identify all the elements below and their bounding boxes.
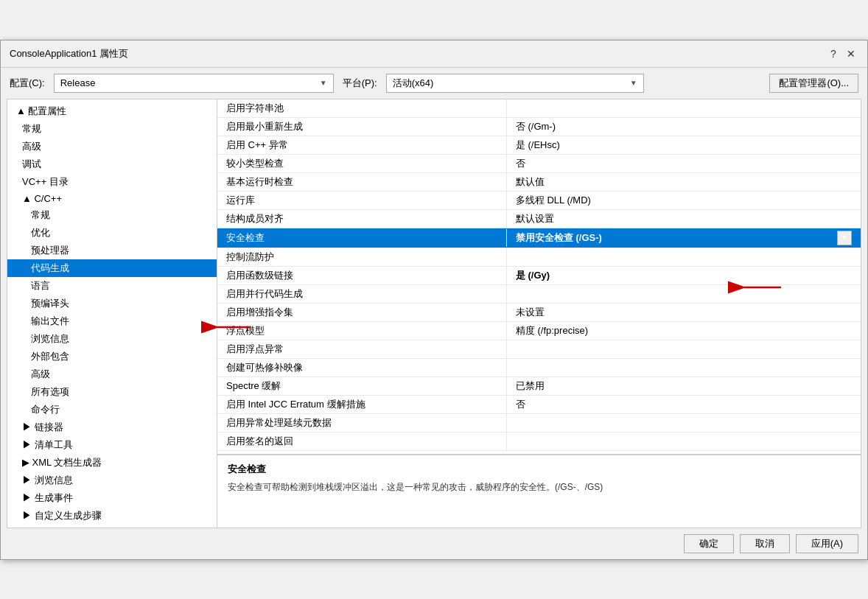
title-bar-buttons: ? ✕ [826, 46, 858, 61]
sidebar-item-linker[interactable]: ▶ 链接器 [7, 418, 217, 436]
prop-row-13: 启用浮点异常 [217, 340, 861, 359]
prop-name-18: 启用签名的返回 [217, 432, 507, 450]
sidebar-item-vc-dirs[interactable]: VC++ 目录 [7, 173, 217, 191]
prop-row-18: 启用签名的返回 [217, 432, 861, 451]
sidebar-item-build-events[interactable]: ▶ 生成事件 [7, 489, 217, 507]
prop-row-3: 较小类型检查否 [217, 155, 861, 173]
sidebar-item-general[interactable]: 常规 [7, 120, 217, 138]
prop-value-16: 否 [507, 396, 861, 413]
prop-row-11: 启用增强指令集未设置 [217, 304, 861, 322]
prop-row-0: 启用字符串池 [217, 99, 861, 118]
ok-button[interactable]: 确定 [684, 534, 734, 553]
platform-select[interactable]: 活动(x64) ▼ [386, 74, 644, 93]
prop-value-12: 精度 (/fp:precise) [507, 322, 861, 340]
sidebar-item-optimization[interactable]: 优化 [7, 224, 217, 242]
sidebar-item-cmdline[interactable]: 命令行 [7, 401, 217, 418]
prop-value-3: 否 [507, 155, 861, 172]
prop-name-14: 创建可热修补映像 [217, 359, 507, 376]
config-label: 配置(C): [10, 77, 45, 90]
prop-value-6: 默认设置 [507, 210, 861, 228]
sidebar-item-cpp-general[interactable]: 常规 [7, 206, 217, 224]
main-dialog: ConsoleApplication1 属性页 ? ✕ 配置(C): Relea… [0, 40, 868, 560]
prop-name-12: 浮点模型 [217, 322, 507, 340]
sidebar-item-advanced2[interactable]: 高级 [7, 365, 217, 383]
prop-name-16: 启用 Intel JCC Erratum 缓解措施 [217, 396, 507, 413]
toolbar: 配置(C): Release ▼ 平台(P): 活动(x64) ▼ 配置管理器(… [1, 68, 867, 99]
config-select[interactable]: Release ▼ [54, 74, 334, 93]
prop-name-9: 启用函数级链接 [217, 267, 507, 284]
sidebar-item-cpp[interactable]: ▲ C/C++ [7, 191, 217, 206]
help-button[interactable]: ? [826, 46, 841, 61]
prop-name-10: 启用并行代码生成 [217, 285, 507, 303]
prop-value-2: 是 (/EHsc) [507, 136, 861, 154]
prop-value-9: 是 (/Gy) [507, 267, 861, 284]
prop-row-1: 启用最小重新生成否 (/Gm-) [217, 118, 861, 136]
sidebar-item-config-props[interactable]: ▲ 配置属性 [7, 102, 217, 120]
sidebar-item-all-options[interactable]: 所有选项 [7, 383, 217, 401]
prop-name-15: Spectre 缓解 [217, 377, 507, 395]
sidebar-item-custom-build[interactable]: ▶ 自定义生成步骤 [7, 507, 217, 525]
sidebar-item-language[interactable]: 语言 [7, 277, 217, 295]
platform-label: 平台(P): [343, 77, 377, 90]
prop-value-8 [507, 255, 861, 259]
sidebar-item-debug[interactable]: 调试 [7, 155, 217, 173]
prop-value-10 [507, 292, 861, 296]
prop-name-3: 较小类型检查 [217, 155, 507, 172]
prop-value-17 [507, 421, 861, 425]
sidebar-item-xml-doc[interactable]: ▶ XML 文档生成器 [7, 454, 217, 472]
sidebar-item-output-files[interactable]: 输出文件 [7, 312, 217, 330]
prop-name-8: 控制流防护 [217, 248, 507, 266]
prop-value-18 [507, 439, 861, 444]
prop-row-4: 基本运行时检查默认值 [217, 173, 861, 192]
prop-name-4: 基本运行时检查 [217, 173, 507, 191]
sidebar-item-advanced[interactable]: 高级 [7, 138, 217, 155]
prop-value-15: 已禁用 [507, 377, 861, 395]
prop-row-2: 启用 C++ 异常是 (/EHsc) [217, 136, 861, 155]
prop-value-7[interactable]: 禁用安全检查 (/GS-)▼ [507, 228, 861, 248]
prop-row-12: 浮点模型精度 (/fp:precise) [217, 322, 861, 340]
config-manager-button[interactable]: 配置管理器(O)... [769, 74, 858, 93]
prop-value-5: 多线程 DLL (/MD) [507, 192, 861, 209]
prop-row-7: 安全检查禁用安全检查 (/GS-)▼ [217, 228, 861, 248]
cancel-button[interactable]: 取消 [740, 534, 790, 553]
apply-button[interactable]: 应用(A) [796, 534, 858, 553]
prop-row-10: 启用并行代码生成 [217, 285, 861, 304]
dialog-title: ConsoleApplication1 属性页 [10, 47, 128, 60]
main-content: ▲ 配置属性常规高级调试VC++ 目录▲ C/C++常规优化预处理器代码生成语言… [7, 99, 861, 528]
prop-value-13 [507, 347, 861, 351]
description-text: 安全检查可帮助检测到堆栈缓冲区溢出，这是一种常见的攻击，威胁程序的安全性。(/G… [228, 480, 850, 494]
prop-value-0 [507, 106, 861, 111]
sidebar-item-browse-info2[interactable]: ▶ 浏览信息 [7, 472, 217, 489]
prop-value-14 [507, 365, 861, 370]
platform-select-arrow: ▼ [630, 79, 637, 87]
prop-name-6: 结构成员对齐 [217, 210, 507, 228]
sidebar-item-manifest[interactable]: ▶ 清单工具 [7, 436, 217, 454]
prop-name-17: 启用异常处理延续元数据 [217, 414, 507, 432]
prop-row-5: 运行库多线程 DLL (/MD) [217, 192, 861, 210]
sidebar-item-external-include[interactable]: 外部包含 [7, 348, 217, 365]
sidebar-item-code-gen[interactable]: 代码生成 [7, 259, 217, 277]
prop-row-6: 结构成员对齐默认设置 [217, 210, 861, 228]
prop-row-16: 启用 Intel JCC Erratum 缓解措施否 [217, 396, 861, 414]
close-button[interactable]: ✕ [844, 46, 858, 61]
prop-dropdown-7[interactable]: ▼ [837, 231, 852, 245]
prop-name-0: 启用字符串池 [217, 99, 507, 117]
config-select-arrow: ▼ [320, 79, 327, 87]
description-panel: 安全检查 安全检查可帮助检测到堆栈缓冲区溢出，这是一种常见的攻击，威胁程序的安全… [217, 454, 861, 528]
prop-row-17: 启用异常处理延续元数据 [217, 414, 861, 432]
prop-name-1: 启用最小重新生成 [217, 118, 507, 136]
sidebar-item-preprocessor[interactable]: 预处理器 [7, 242, 217, 259]
prop-name-11: 启用增强指令集 [217, 304, 507, 321]
sidebar-item-precompiled[interactable]: 预编译头 [7, 295, 217, 312]
content-panel: 启用字符串池启用最小重新生成否 (/Gm-)启用 C++ 异常是 (/EHsc)… [217, 99, 861, 528]
sidebar: ▲ 配置属性常规高级调试VC++ 目录▲ C/C++常规优化预处理器代码生成语言… [7, 99, 217, 528]
title-bar: ConsoleApplication1 属性页 ? ✕ [1, 41, 867, 68]
prop-value-4: 默认值 [507, 173, 861, 191]
prop-row-15: Spectre 缓解已禁用 [217, 377, 861, 396]
prop-row-8: 控制流防护 [217, 248, 861, 267]
properties-table: 启用字符串池启用最小重新生成否 (/Gm-)启用 C++ 异常是 (/EHsc)… [217, 99, 861, 454]
footer: 确定 取消 应用(A) [1, 528, 867, 559]
sidebar-item-browse-info[interactable]: 浏览信息 [7, 330, 217, 348]
prop-name-2: 启用 C++ 异常 [217, 136, 507, 154]
prop-name-13: 启用浮点异常 [217, 340, 507, 358]
